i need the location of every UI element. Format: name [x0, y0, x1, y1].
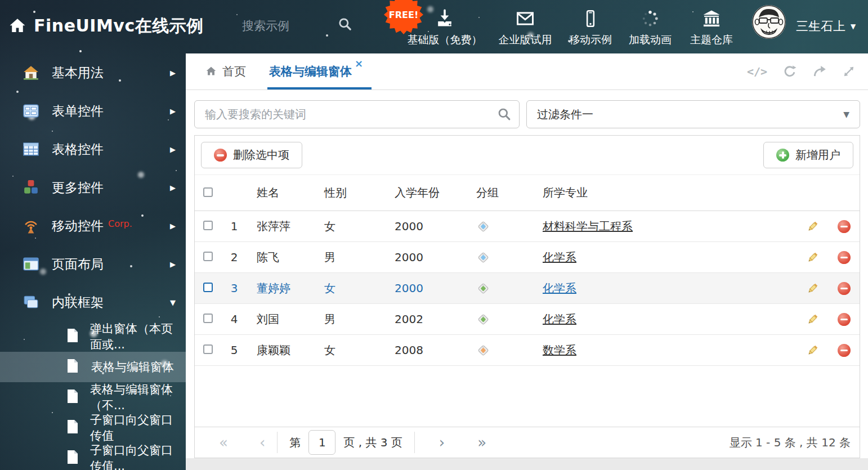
cell-year: 2000	[383, 281, 468, 295]
frames-icon	[23, 294, 39, 310]
home-icon[interactable]	[8, 16, 27, 38]
sidebar-subitem-label: 子窗口向父窗口传值	[90, 412, 176, 444]
close-icon[interactable]: ×	[355, 59, 363, 69]
sidebar-item-label: 表单控件	[52, 102, 104, 120]
page-number-input[interactable]	[308, 430, 335, 455]
view-source-icon[interactable]: </>	[747, 65, 767, 78]
column-header-gender: 性别	[316, 185, 383, 200]
minus-circle-icon	[214, 149, 227, 162]
layout-icon	[23, 256, 39, 272]
first-page-button[interactable]: «	[219, 434, 228, 451]
sidebar-item-more-controls[interactable]: 更多控件 ▶	[0, 168, 186, 207]
keyword-search	[194, 100, 520, 128]
table-row: 2 陈飞 男 2000 化学系	[195, 242, 860, 273]
chevron-down-icon: ▼	[843, 110, 849, 119]
sidebar-menu: 基本用法 ▶ 表单控件 ▶ 表格控件 ▶ 更多控件 ▶ 移动控件 Corp. ▶	[0, 53, 186, 470]
sidebar-subitem-child-to-parent[interactable]: 子窗口向父窗口传值	[0, 413, 186, 443]
divider	[277, 432, 278, 453]
tag-icon	[476, 281, 533, 295]
record-summary: 显示 1 - 5 条 , 共 12 条	[730, 435, 851, 450]
sidebar-item-page-layout[interactable]: 页面布局 ▶	[0, 245, 186, 283]
top-header: FineUIMvc在线示例 搜索示例 FREE! 基础版（免费） 企业版试用 移…	[0, 0, 868, 53]
table-row: 1 张萍萍 女 2000 材料科学与工程系	[195, 211, 860, 242]
prev-page-button[interactable]: ‹	[259, 434, 265, 451]
add-user-button[interactable]: 新增用户	[763, 142, 853, 168]
major-link[interactable]: 化学系	[543, 281, 576, 295]
edit-pencil-icon[interactable]	[806, 282, 819, 295]
sidebar-subitem-child-to-parent-2[interactable]: 子窗口向父窗口传值...	[0, 443, 186, 470]
cell-name: 张萍萍	[245, 219, 316, 234]
sidebar-item-mobile-controls[interactable]: 移动控件 Corp. ▶	[0, 207, 186, 245]
cell-gender: 男	[316, 312, 383, 327]
user-name-label: 三生石上	[796, 18, 845, 35]
select-all-checkbox[interactable]	[203, 187, 213, 197]
refresh-icon[interactable]	[782, 64, 797, 79]
file-icon	[66, 419, 79, 436]
nav-item-label: 基础版（免费）	[402, 33, 487, 47]
main-content: 首页 表格与编辑窗体 × </> 过滤条件一	[186, 53, 868, 470]
chevron-down-icon: ▼	[170, 298, 176, 307]
file-icon	[66, 389, 79, 406]
chevron-right-icon: ▶	[170, 69, 176, 77]
row-number: 2	[223, 250, 245, 264]
chevron-down-icon: ▼	[851, 23, 856, 30]
keyword-search-input[interactable]	[194, 100, 520, 128]
major-link[interactable]: 化学系	[543, 250, 576, 264]
edit-pencil-icon[interactable]	[806, 251, 819, 264]
delete-selected-button[interactable]: 删除选中项	[201, 142, 302, 168]
nav-item-theme-store[interactable]: 主题仓库	[669, 7, 754, 47]
file-icon	[66, 359, 80, 375]
column-header-name: 姓名	[245, 185, 316, 200]
sidebar-subitem-label: 子窗口向父窗口传值...	[90, 442, 176, 470]
sidebar-item-form-controls[interactable]: 表单控件 ▶	[0, 92, 186, 130]
sidebar-subitem-label: 弹出窗体（本页面或...	[90, 321, 176, 352]
cell-gender: 女	[316, 281, 383, 296]
last-page-button[interactable]: »	[477, 434, 486, 451]
search-icon[interactable]	[338, 17, 352, 34]
grid-panel: 删除选中项 新增用户 姓名 性别 入学年份 分组 所学专业 1 张萍萍 女 20…	[194, 135, 860, 458]
edit-pencil-icon[interactable]	[806, 344, 819, 357]
house-icon	[23, 65, 39, 80]
filter-condition-select[interactable]: 过滤条件一 ▼	[526, 100, 860, 128]
search-icon[interactable]	[497, 107, 512, 124]
sidebar-item-grid-controls[interactable]: 表格控件 ▶	[0, 130, 186, 168]
sidebar-item-inline-frame[interactable]: 内联框架 ▼	[0, 283, 186, 321]
nav-item-basic-edition[interactable]: 基础版（免费）	[402, 7, 487, 47]
sidebar-item-label: 页面布局	[52, 256, 104, 273]
table-row: 4 刘国 男 2002 化学系	[195, 304, 860, 335]
delete-row-icon[interactable]	[838, 220, 851, 233]
delete-row-icon[interactable]	[838, 251, 851, 264]
expand-icon[interactable]	[842, 65, 856, 78]
cell-year: 2002	[383, 312, 468, 326]
major-link[interactable]: 数学系	[543, 343, 576, 357]
share-icon[interactable]	[812, 64, 827, 79]
header-search-input[interactable]: 搜索示例	[242, 18, 289, 34]
sidebar-subitem-popup-window[interactable]: 弹出窗体（本页面或...	[0, 321, 186, 352]
tag-icon	[476, 250, 533, 264]
row-checkbox[interactable]	[203, 252, 213, 261]
row-checkbox[interactable]	[203, 344, 213, 354]
tab-home[interactable]: 首页	[205, 53, 246, 89]
user-menu[interactable]: 三生石上 ▼	[796, 18, 856, 35]
table-icon	[23, 141, 39, 157]
delete-row-icon[interactable]	[838, 313, 851, 326]
delete-row-icon[interactable]	[838, 282, 851, 295]
row-checkbox[interactable]	[203, 283, 213, 292]
table-header-row: 姓名 性别 入学年份 分组 所学专业	[195, 175, 860, 211]
row-checkbox[interactable]	[203, 221, 213, 230]
next-page-button[interactable]: ›	[439, 434, 445, 451]
divider	[414, 432, 415, 453]
edit-pencil-icon[interactable]	[806, 313, 819, 326]
major-link[interactable]: 材料科学与工程系	[543, 220, 633, 233]
sidebar-item-basic-usage[interactable]: 基本用法 ▶	[0, 53, 186, 92]
row-checkbox[interactable]	[203, 314, 213, 323]
sidebar-subitem-grid-edit-window[interactable]: 表格与编辑窗体	[0, 352, 186, 382]
edit-pencil-icon[interactable]	[806, 220, 819, 233]
tab-grid-edit-window[interactable]: 表格与编辑窗体	[269, 53, 352, 89]
delete-row-icon[interactable]	[838, 344, 851, 357]
cell-gender: 女	[316, 343, 383, 358]
table-row: 5 康颖颖 女 2008 数学系	[195, 335, 860, 366]
user-avatar[interactable]	[752, 5, 786, 39]
major-link[interactable]: 化学系	[543, 312, 576, 326]
sidebar-subitem-grid-edit-window-no[interactable]: 表格与编辑窗体（不...	[0, 382, 186, 413]
